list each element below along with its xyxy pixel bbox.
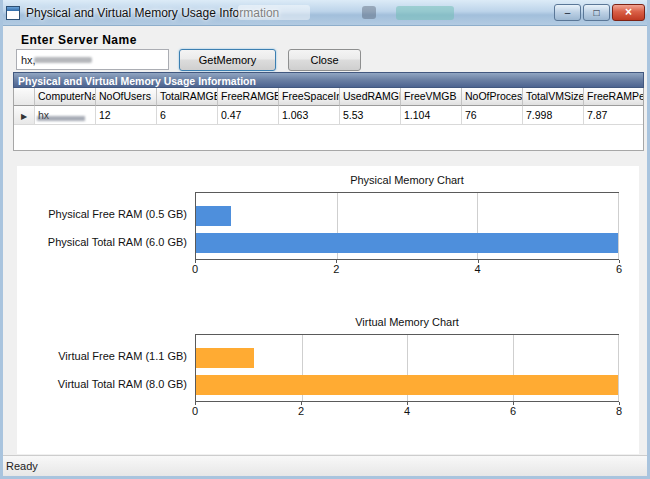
bar-labels: Physical Free RAM (0.5 GB)Physical Total… [27, 192, 195, 260]
x-tick-label: 4 [475, 263, 481, 275]
grid-column-header[interactable]: FreeRAMPer [584, 88, 644, 106]
grid-cell[interactable]: hx [35, 106, 96, 125]
plot-area [195, 334, 619, 402]
grid-cell[interactable]: 1.104 [401, 106, 462, 125]
grid-column-header[interactable]: FreeVMGB [401, 88, 462, 106]
grid-cell[interactable]: 76 [462, 106, 523, 125]
grid-column-header[interactable]: UsedRAMGB [340, 88, 401, 106]
window-title: Physical and Virtual Memory Usage Inform… [26, 6, 279, 20]
x-axis: 0246 [195, 260, 619, 278]
caption-buttons: – □ × [554, 4, 645, 21]
charts-panel: Physical Memory ChartPhysical Free RAM (… [17, 166, 639, 454]
grid-cell[interactable]: 7.87 [584, 106, 644, 125]
grid-cell[interactable]: 7.998 [523, 106, 584, 125]
chart-title: Physical Memory Chart [195, 174, 619, 190]
grid-column-header[interactable]: ComputerNa [35, 88, 96, 106]
gridline [618, 335, 619, 401]
x-axis: 02468 [195, 402, 619, 420]
virtual-memory-chart: Virtual Memory ChartVirtual Free RAM (1.… [17, 308, 639, 450]
x-tick-label: 0 [192, 405, 198, 417]
grid-column-header[interactable]: FreeSpaceIn [279, 88, 340, 106]
maximize-button[interactable]: □ [583, 4, 610, 21]
physical-memory-chart: Physical Memory ChartPhysical Free RAM (… [17, 166, 639, 308]
server-name-label: Enter Server Name [21, 33, 137, 47]
server-name-input[interactable] [16, 49, 169, 70]
table-row: ▶hx1260.471.0635.531.104767.9987.87 [14, 106, 643, 125]
x-tick-label: 2 [333, 263, 339, 275]
bar [196, 233, 618, 253]
bar-labels: Virtual Free RAM (1.1 GB)Virtual Total R… [27, 334, 195, 402]
status-text: Ready [6, 460, 38, 472]
grid-cell[interactable]: 5.53 [340, 106, 401, 125]
bar [196, 348, 254, 368]
bar-label: Physical Free RAM (0.5 GB) [48, 208, 187, 220]
current-row-arrow: ▶ [21, 112, 27, 121]
grid-cell[interactable]: 0.47 [218, 106, 279, 125]
grid-column-header[interactable]: TotalRAMGB [157, 88, 218, 106]
grid-selector-header[interactable] [14, 88, 35, 106]
plot-wrap: Physical Free RAM (0.5 GB)Physical Total… [27, 192, 639, 260]
grid-cell[interactable]: 12 [96, 106, 157, 125]
bar-label: Virtual Free RAM (1.1 GB) [58, 350, 187, 362]
grid-column-header[interactable]: TotalVMSize [523, 88, 584, 106]
x-tick-label: 0 [192, 263, 198, 275]
memory-grid: ComputerNaNoOfUsersTotalRAMGBFreeRAMGBFr… [13, 88, 644, 151]
grid-cell[interactable]: 1.063 [279, 106, 340, 125]
row-selector[interactable]: ▶ [14, 106, 35, 125]
plot-wrap: Virtual Free RAM (1.1 GB)Virtual Total R… [27, 334, 639, 402]
glass-artifact-3 [396, 6, 454, 20]
grid-header-row: ComputerNaNoOfUsersTotalRAMGBFreeRAMGBFr… [14, 88, 643, 106]
x-tick-label: 8 [616, 405, 622, 417]
x-tick-label: 4 [404, 405, 410, 417]
grid-column-header[interactable]: FreeRAMGB [218, 88, 279, 106]
bar-label: Virtual Total RAM (8.0 GB) [58, 378, 187, 390]
glass-artifact-2 [362, 6, 376, 19]
close-button[interactable]: Close [288, 49, 361, 71]
grid-column-header[interactable]: NoOfProcess [462, 88, 523, 106]
get-memory-button[interactable]: GetMemory [179, 49, 276, 71]
close-window-button[interactable]: × [612, 4, 645, 21]
chart-title: Virtual Memory Chart [195, 316, 619, 332]
status-bar: Ready [0, 455, 650, 476]
bar [196, 375, 618, 395]
bar-label: Physical Total RAM (6.0 GB) [48, 236, 187, 248]
app-window: Physical and Virtual Memory Usage Inform… [0, 0, 650, 479]
grid-column-header[interactable]: NoOfUsers [96, 88, 157, 106]
app-icon [6, 6, 20, 20]
grid-cell[interactable]: 6 [157, 106, 218, 125]
x-tick-label: 2 [298, 405, 304, 417]
x-tick-label: 6 [510, 405, 516, 417]
plot-area [195, 192, 619, 260]
title-bar: Physical and Virtual Memory Usage Inform… [0, 0, 650, 26]
server-input-wrap [16, 49, 169, 70]
gridline [618, 193, 619, 259]
grid-caption-bar: Physical and Virtual Memory Usage Inform… [13, 72, 644, 88]
bar [196, 206, 231, 226]
computer-name-redacted: hx [38, 109, 49, 121]
minimize-button[interactable]: – [554, 4, 581, 21]
x-tick-label: 6 [616, 263, 622, 275]
